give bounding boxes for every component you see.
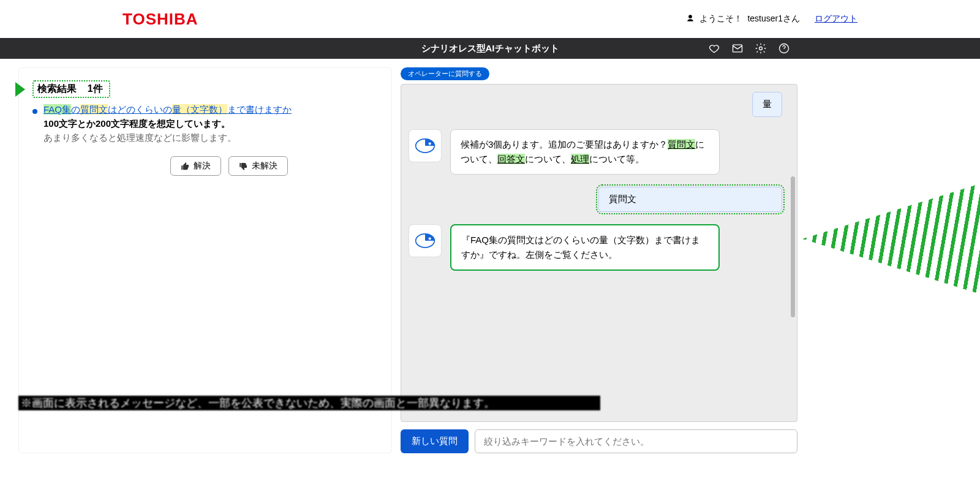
faq-hl: 質問文 [80, 104, 108, 115]
username: testuser1さん [747, 13, 800, 24]
faq-answer-bold: 100文字とか200文字程度を想定しています。 [43, 118, 292, 130]
resolved-button[interactable]: 解決 [170, 156, 221, 176]
user-message-highlighted: 質問文 [598, 187, 782, 212]
top-header: TOSHIBA ようこそ！ testuser1さん ログアウト [0, 0, 980, 38]
help-icon[interactable] [778, 42, 790, 55]
bot-avatar-icon [409, 224, 442, 257]
faq-text: はどのくらいの [108, 104, 172, 115]
faq-result-item: FAQ集の質問文はどのくらいの量（文字数）まで書けますか 100文字とか200文… [32, 104, 378, 176]
faq-answer-note: あまり多くなると処理速度などに影響します。 [43, 132, 292, 144]
svg-rect-0 [733, 45, 742, 52]
bot-avatar-icon [409, 129, 442, 162]
bot-message: 候補が3個あります。追加のご要望はありますか？質問文について、回答文について、処… [450, 129, 720, 175]
bot-keyword[interactable]: 回答文 [497, 154, 525, 164]
bot-text: 候補が3個あります。追加のご要望はありますか？ [461, 139, 668, 149]
ask-operator-pill[interactable]: オペレーターに質問する [401, 67, 489, 80]
user-message: 量 [752, 92, 782, 117]
resolved-label: 解決 [194, 160, 211, 172]
new-question-button[interactable]: 新しい質問 [401, 429, 469, 453]
welcome-text: ようこそ！ testuser1さん ログアウト [686, 13, 858, 24]
svg-point-6 [429, 237, 431, 239]
faq-text: の [71, 104, 80, 115]
app-title: シナリオレス型AIチャットボット [421, 43, 559, 55]
app-titlebar: シナリオレス型AIチャットボット [0, 38, 980, 59]
bot-keyword[interactable]: 処理 [571, 154, 589, 164]
bot-text: について等。 [589, 154, 644, 164]
keyword-input[interactable] [475, 429, 797, 453]
gear-icon[interactable] [755, 42, 767, 55]
brand-logo: TOSHIBA [123, 10, 198, 29]
svg-point-4 [429, 142, 431, 145]
unresolved-button[interactable]: 未解決 [228, 156, 288, 176]
welcome-prefix: ようこそ！ [699, 13, 742, 24]
user-icon [686, 14, 695, 24]
faq-text: まで書けますか [227, 104, 292, 115]
faq-hl: FAQ集 [43, 104, 71, 115]
faq-title-link[interactable]: FAQ集の質問文はどのくらいの量（文字数）まで書けますか [43, 104, 292, 115]
mail-icon[interactable] [731, 42, 744, 55]
results-label: 検索結果 [37, 83, 77, 94]
bot-message-highlighted: 『FAQ集の質問文はどのくらいの量（文字数）まで書けますか』ですね。左側をご覧く… [450, 224, 720, 271]
bot-keyword[interactable]: 質問文 [668, 139, 695, 149]
redacted-footnote: ※画面に表示されるメッセージなど、一部を公表できないため、実際の画面と一部異なり… [18, 396, 600, 410]
chat-area: 量 候補が3個あります。追加のご要望はありますか？質問文について、回答文について… [401, 84, 797, 422]
bot-text: について、 [525, 154, 571, 164]
unresolved-label: 未解決 [252, 160, 277, 172]
heart-icon[interactable] [708, 42, 720, 55]
bullet-icon [32, 109, 37, 114]
scrollbar[interactable] [791, 176, 795, 317]
results-header-annotation: 検索結果 1件 [32, 80, 110, 98]
logout-link[interactable]: ログアウト [815, 13, 858, 24]
faq-hl: 量（文字数） [172, 104, 227, 115]
results-count: 1件 [88, 83, 103, 94]
svg-point-1 [760, 47, 763, 50]
